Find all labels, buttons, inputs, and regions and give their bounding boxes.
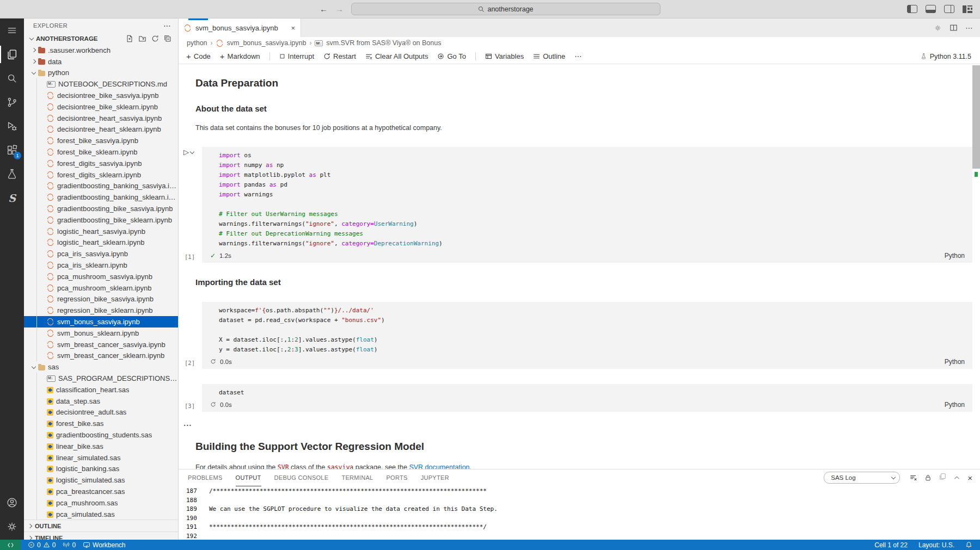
cell-code[interactable]: dataset [202,384,972,398]
account-icon[interactable] [0,491,24,515]
close-panel-icon[interactable]: × [967,473,972,483]
tree-item[interactable]: gradientboosting_bike_sklearn.ipynb [24,214,178,226]
variables-button[interactable]: Variables [485,52,524,60]
split-editor-icon[interactable] [950,24,958,32]
tree-item[interactable]: decisiontree_heart_sasviya.ipynb [24,113,178,124]
toolbar-more-icon[interactable]: ⋯ [574,52,582,60]
tree-item[interactable]: data_step.sas [24,395,178,407]
add-markdown-cell-button[interactable]: +Markdown [220,52,260,60]
tree-item[interactable]: linear_simulated.sas [24,452,178,464]
breadcrumb-file[interactable]: svm_bonus_sasviya.ipynb [227,39,307,47]
tree-item[interactable]: sas [24,361,178,373]
close-tab-icon[interactable]: × [291,24,295,32]
problems-status[interactable]: 0 0 [28,541,56,549]
explorer-icon[interactable] [0,42,24,66]
toggle-secondary-sidebar-icon[interactable] [944,5,954,13]
timeline-section[interactable]: TIMELINE [24,532,178,540]
tree-item[interactable]: regression_bike_sasviya.ipynb [24,294,178,305]
tree-item[interactable]: logistic_heart_sasviya.ipynb [24,226,178,237]
run-cell-button[interactable]: ▷ [183,148,194,156]
new-file-icon[interactable] [126,35,133,42]
clear-output-icon[interactable] [909,474,917,481]
tree-item[interactable]: svm_breast_cancer_sklearn.ipynb [24,350,178,362]
history-forward-icon[interactable]: → [335,5,344,13]
maximize-panel-icon[interactable] [953,474,960,481]
tree-item[interactable]: regression_bike_sklearn.ipynb [24,305,178,316]
tree-item[interactable]: logistic_banking.sas [24,463,178,474]
cell-code[interactable]: workspace=f'{os.path.abspath("")}/../dat… [202,302,972,355]
cell-editor[interactable]: workspace=f'{os.path.abspath("")}/../dat… [202,302,972,369]
output-channel-select[interactable]: SAS Log [824,472,900,484]
open-output-in-editor-icon[interactable] [939,473,946,483]
settings-gear-icon[interactable] [0,515,24,539]
tree-item[interactable]: forest_digits_sasviya.ipynb [24,158,178,169]
cell-position-status[interactable]: Cell 1 of 22 [874,541,908,549]
restart-button[interactable]: Restart [323,52,356,60]
search-view-icon[interactable] [0,66,24,90]
cell-language-picker[interactable]: Python [945,252,965,259]
cell-language-picker[interactable]: Python [945,401,965,409]
menu-icon[interactable] [0,18,24,42]
panel-tab-ports[interactable]: PORTS [386,469,407,486]
collapse-all-icon[interactable] [164,35,171,42]
editor-scrollbar[interactable] [972,64,980,469]
tree-item[interactable]: NOTEBOOK_DESCRIPTIONS.md [24,78,178,90]
toggle-primary-sidebar-icon[interactable] [907,5,917,13]
run-debug-icon[interactable] [0,114,24,138]
breadcrumb-cell[interactable]: svm.SVR from SAS® Viya® on Bonus [326,39,441,47]
workbench-status[interactable]: Workbench [83,541,125,549]
tree-item[interactable]: data [24,56,178,67]
remote-indicator[interactable] [0,540,21,550]
notifications-bell-icon[interactable] [965,541,972,548]
cell-code[interactable]: import osimport numpy as npimport matplo… [202,147,972,249]
history-back-icon[interactable]: ← [320,5,328,13]
tree-item[interactable]: svm_bonus_sklearn.ipynb [24,327,178,339]
code-cell[interactable]: [2]workspace=f'{os.path.abspath("")}/../… [180,302,972,369]
lock-scroll-icon[interactable] [924,474,932,481]
add-code-cell-button[interactable]: +Code [186,52,211,60]
tree-item[interactable]: .sasuser.workbench [24,45,178,56]
outline-button[interactable]: Outline [533,52,565,60]
tree-item[interactable]: decisiontree_bike_sasviya.ipynb [24,90,178,101]
tree-item[interactable]: forest_bike_sasviya.ipynb [24,135,178,146]
tree-item[interactable]: pca_simulated.sas [24,509,178,520]
collapsed-cells-indicator[interactable]: ... [183,418,972,428]
toggle-panel-icon[interactable] [926,5,936,13]
testing-icon[interactable] [0,162,24,186]
doc-link[interactable]: SVR documentation [409,464,469,469]
tree-item[interactable]: forest_bike_sklearn.ipynb [24,146,178,158]
tree-item[interactable]: python [24,67,178,79]
tree-item[interactable]: decisiontree_adult.sas [24,407,178,418]
tab-svm-bonus-sasviya[interactable]: svm_bonus_sasviya.ipynb × [179,18,301,37]
command-center-search[interactable]: anotherstorage [351,3,660,15]
sas-extension-icon[interactable]: S [0,186,24,210]
outline-section[interactable]: OUTLINE [24,520,178,532]
explorer-more-icon[interactable]: ⋯ [163,21,171,30]
tree-item[interactable]: decisiontree_heart_sklearn.ipynb [24,124,178,135]
cell-editor[interactable]: dataset0.0sPython [202,384,972,412]
goto-button[interactable]: Go To [437,52,465,60]
tree-item[interactable]: pca_mushroom_sasviya.ipynb [24,271,178,282]
new-folder-icon[interactable] [138,35,146,42]
tree-item[interactable]: svm_breast_cancer_sasviya.ipynb [24,339,178,350]
tree-item[interactable]: pca_mushroom_sklearn.ipynb [24,282,178,294]
customize-layout-icon[interactable] [963,5,972,13]
cell-editor[interactable]: import osimport numpy as npimport matplo… [202,147,972,263]
editor-more-actions-icon[interactable]: ⋯ [965,23,973,32]
panel-tab-jupyter[interactable]: JUPYTER [421,469,449,486]
tree-item[interactable]: forest_digits_sklearn.ipynb [24,169,178,181]
tree-item[interactable]: decisiontree_bike_sklearn.ipynb [24,101,178,113]
tree-item[interactable]: pca_iris_sasviya.ipynb [24,248,178,259]
tree-item[interactable]: forest_bike.sas [24,418,178,429]
panel-tab-problems[interactable]: PROBLEMS [188,469,223,486]
cell-language-picker[interactable]: Python [945,358,965,366]
tree-item[interactable]: classification_heart.sas [24,384,178,395]
tree-item[interactable]: logistic_simulated.sas [24,474,178,486]
tree-item[interactable]: pca_mushroom.sas [24,497,178,509]
notebook-settings-gear-icon[interactable] [934,24,942,32]
tree-item[interactable]: gradientboosting_bike_sasviya.ipynb [24,203,178,214]
tree-item[interactable]: svm_bonus_sasviya.ipynb [24,316,178,327]
ports-status[interactable]: 0 [63,541,76,549]
tree-item[interactable]: logistic_heart_sklearn.ipynb [24,237,178,249]
panel-tab-output[interactable]: OUTPUT [236,469,261,486]
